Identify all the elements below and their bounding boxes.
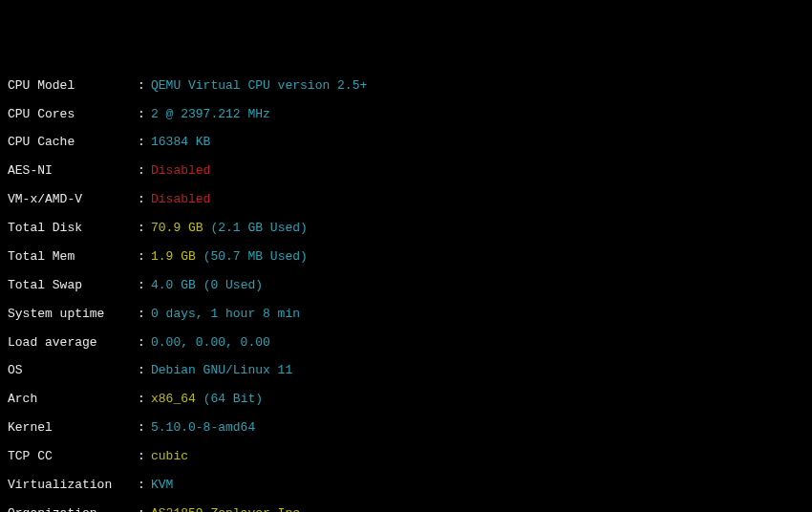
total-mem-value: 1.9 GB — [151, 249, 196, 264]
virt-label: Virtualization — [8, 479, 138, 493]
vmx-value: Disabled — [151, 192, 210, 206]
org-label: Organization — [8, 507, 138, 512]
vmx-row: VM-x/AMD-V: Disabled — [8, 193, 804, 207]
tcpcc-label: TCP CC — [8, 450, 138, 464]
arch-value: x86_64 — [151, 392, 196, 406]
total-disk-value: 70.9 GB — [151, 221, 203, 235]
cpu-cache-label: CPU Cache — [8, 136, 138, 150]
cpu-cores-label: CPU Cores — [8, 108, 138, 122]
total-swap-row: Total Swap: 4.0 GB (0 Used) — [8, 279, 804, 293]
total-disk-label: Total Disk — [8, 222, 138, 236]
arch-label: Arch — [8, 393, 138, 407]
arch-row: Arch: x86_64 (64 Bit) — [8, 393, 804, 407]
arch-note: (64 Bit) — [203, 392, 263, 406]
uptime-label: System uptime — [8, 308, 138, 322]
total-disk-note: (2.1 GB Used) — [210, 221, 307, 235]
total-mem-row: Total Mem: 1.9 GB (50.7 MB Used) — [8, 250, 804, 265]
terminal-output: CPU Model: QEMU Virtual CPU version 2.5+… — [8, 65, 804, 512]
kernel-row: Kernel: 5.10.0-8-amd64 — [8, 421, 804, 436]
total-swap-note: (0 Used) — [203, 278, 263, 292]
cpu-cache-row: CPU Cache: 16384 KB — [8, 136, 804, 150]
kernel-value: 5.10.0-8-amd64 — [151, 420, 255, 435]
aes-ni-label: AES-NI — [8, 164, 138, 179]
aes-ni-row: AES-NI: Disabled — [8, 164, 804, 179]
total-swap-value: 4.0 GB — [151, 278, 196, 292]
virt-row: Virtualization: KVM — [8, 479, 804, 493]
cpu-model-label: CPU Model — [8, 79, 138, 94]
tcpcc-value: cubic — [151, 449, 188, 463]
uptime-row: System uptime: 0 days, 1 hour 8 min — [8, 308, 804, 322]
os-row: OS: Debian GNU/Linux 11 — [8, 364, 804, 378]
loadavg-value: 0.00, 0.00, 0.00 — [151, 335, 270, 350]
virt-value: KVM — [151, 478, 173, 492]
aes-ni-value: Disabled — [151, 163, 210, 178]
total-mem-note: (50.7 MB Used) — [203, 249, 308, 264]
org-value: AS21859 Zenlayer Inc — [151, 506, 300, 512]
os-label: OS — [8, 364, 138, 378]
loadavg-label: Load average — [8, 336, 138, 351]
loadavg-row: Load average: 0.00, 0.00, 0.00 — [8, 336, 804, 351]
cpu-cores-value: 2 @ 2397.212 MHz — [151, 107, 270, 121]
os-value: Debian GNU/Linux 11 — [151, 363, 292, 377]
tcpcc-row: TCP CC: cubic — [8, 450, 804, 464]
total-mem-label: Total Mem — [8, 250, 138, 265]
total-disk-row: Total Disk: 70.9 GB (2.1 GB Used) — [8, 222, 804, 236]
cpu-model-value: QEMU Virtual CPU version 2.5+ — [151, 78, 367, 93]
uptime-value: 0 days, 1 hour 8 min — [151, 307, 300, 321]
cpu-model-row: CPU Model: QEMU Virtual CPU version 2.5+ — [8, 79, 804, 94]
vmx-label: VM-x/AMD-V — [8, 193, 138, 207]
total-swap-label: Total Swap — [8, 279, 138, 293]
cpu-cache-value: 16384 KB — [151, 135, 210, 149]
cpu-cores-row: CPU Cores: 2 @ 2397.212 MHz — [8, 108, 804, 122]
kernel-label: Kernel — [8, 421, 138, 436]
org-row: Organization: AS21859 Zenlayer Inc — [8, 507, 804, 512]
